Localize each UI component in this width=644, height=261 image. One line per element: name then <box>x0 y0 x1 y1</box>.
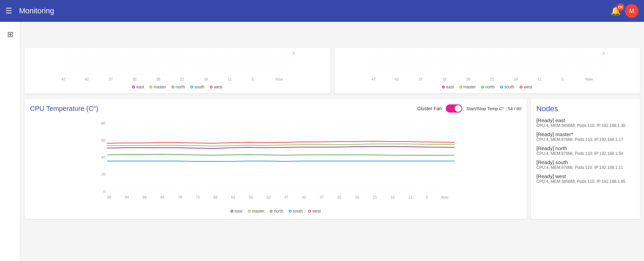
top-chart-2-svg: 0 47 42 37 32 26 21 16 11 5 Now <box>339 50 636 81</box>
south-label-2: south <box>504 85 514 89</box>
fan-label: Cluster Fan <box>417 106 442 111</box>
master-dot <box>150 86 152 88</box>
cpu-master-label: master <box>252 209 265 214</box>
legend-master-2: master <box>459 85 476 89</box>
app-title: Monitoring <box>19 6 611 15</box>
node-item-master: [Ready] master* CPU:4, MEM:876Mi, Pods:1… <box>536 131 634 142</box>
east-label: east <box>136 85 144 89</box>
legend-west: west <box>210 85 222 89</box>
cpu-legend-master: master <box>248 209 265 214</box>
north-dot-2 <box>481 86 484 88</box>
cpu-south-dot <box>289 210 292 213</box>
node-item-west: [Ready] west CPU:4, MEM:3856Mi, Pods:110… <box>536 173 634 184</box>
cpu-east-label: east <box>235 209 242 214</box>
svg-text:32: 32 <box>132 77 137 81</box>
menu-icon[interactable]: ☰ <box>5 6 12 15</box>
svg-text:5: 5 <box>561 77 563 81</box>
node-west-detail: CPU:4, MEM:3856Mi, Pods:110, IP:192.168.… <box>536 179 634 184</box>
west-dot-2 <box>520 86 522 88</box>
svg-text:89: 89 <box>143 195 147 199</box>
svg-text:21: 21 <box>180 77 184 81</box>
fan-temp-label: Start/Stop Temp C° : 54 / 60 <box>466 106 521 111</box>
cpu-west-dot <box>308 210 311 213</box>
user-avatar[interactable]: M <box>625 4 639 18</box>
master-dot-2 <box>459 86 462 88</box>
legend-south-2: south <box>500 85 514 89</box>
svg-text:26: 26 <box>156 77 160 81</box>
north-dot <box>172 86 174 88</box>
bottom-section: CPU Temperature (C°) Cluster Fan Start/S… <box>25 99 640 219</box>
svg-text:99: 99 <box>107 195 111 199</box>
south-dot <box>190 86 193 88</box>
svg-text:42: 42 <box>394 77 398 81</box>
fan-section: Cluster Fan Start/Stop Temp C° : 54 / 60 <box>417 104 521 113</box>
svg-text:Now: Now <box>441 195 449 199</box>
header-actions: 🔔 OK M <box>611 4 639 18</box>
svg-text:80: 80 <box>101 121 105 125</box>
node-master-detail: CPU:4, MEM:876Mi, Pods:110, IP:192.168.1… <box>536 137 634 142</box>
north-label: north <box>176 85 185 89</box>
top-chart-2-legend: east master north south west <box>339 85 636 89</box>
sidebar: ⊞ <box>0 22 20 261</box>
cpu-north-dot <box>270 210 272 213</box>
svg-text:68: 68 <box>214 195 218 199</box>
svg-text:78: 78 <box>178 195 182 199</box>
svg-text:32: 32 <box>442 77 446 81</box>
svg-text:37: 37 <box>109 77 113 81</box>
svg-text:0: 0 <box>602 51 604 55</box>
svg-text:37: 37 <box>418 77 422 81</box>
sidebar-grid-icon[interactable]: ⊞ <box>4 27 16 42</box>
svg-text:Now: Now <box>585 77 593 81</box>
nodes-card: Nodes [Ready] east CPU:4, MEM:3856Mi, Po… <box>531 99 640 219</box>
node-east-status: [Ready] east <box>536 117 634 123</box>
nodes-title: Nodes <box>536 104 634 113</box>
cpu-east-dot <box>231 210 233 213</box>
svg-text:20: 20 <box>101 172 105 176</box>
svg-text:21: 21 <box>490 77 494 81</box>
cpu-temperature-card: CPU Temperature (C°) Cluster Fan Start/S… <box>25 99 527 219</box>
svg-text:52: 52 <box>267 195 271 199</box>
node-item-north: [Ready] north CPU:4, MEM:876Mi, Pods:110… <box>536 145 634 156</box>
svg-text:32: 32 <box>337 195 342 199</box>
svg-text:11: 11 <box>408 195 412 199</box>
node-item-east: [Ready] east CPU:4, MEM:3856Mi, Pods:110… <box>536 117 634 128</box>
svg-text:47: 47 <box>371 77 375 81</box>
svg-text:0: 0 <box>103 189 105 193</box>
top-chart-1-legend: east master north south west <box>29 85 326 89</box>
master-label: master <box>154 85 166 89</box>
legend-east-2: east <box>442 85 454 89</box>
south-dot-2 <box>500 86 503 88</box>
svg-text:Now: Now <box>276 77 283 81</box>
node-east-detail: CPU:4, MEM:3856Mi, Pods:110, IP:192.168.… <box>536 123 634 128</box>
svg-text:37: 37 <box>320 195 324 199</box>
cluster-fan-toggle[interactable] <box>446 104 462 113</box>
east-label-2: east <box>446 85 454 89</box>
cpu-chart-legend: east master north south west <box>30 209 521 214</box>
top-chart-1-svg: 0 47 42 37 32 26 21 16 11 5 Now <box>29 50 326 81</box>
east-dot-2 <box>442 86 445 88</box>
notifications-button[interactable]: 🔔 OK <box>611 6 621 16</box>
svg-text:84: 84 <box>160 195 164 199</box>
west-dot <box>210 86 213 88</box>
cpu-master-dot <box>248 210 251 213</box>
svg-text:73: 73 <box>196 195 200 199</box>
master-label-2: master <box>464 85 476 89</box>
north-label-2: north <box>485 85 494 89</box>
svg-text:42: 42 <box>85 77 89 81</box>
node-north-detail: CPU:4, MEM:876Mi, Pods:110, IP:192.168.1… <box>536 151 634 156</box>
svg-text:21: 21 <box>373 195 377 199</box>
svg-text:94: 94 <box>125 195 129 199</box>
cpu-west-label: west <box>312 209 321 214</box>
svg-text:47: 47 <box>284 195 288 199</box>
svg-text:11: 11 <box>228 77 232 81</box>
svg-text:5: 5 <box>252 77 254 81</box>
cpu-legend-north: north <box>270 209 283 214</box>
cpu-card-header: CPU Temperature (C°) Cluster Fan Start/S… <box>30 104 521 113</box>
cpu-north-label: north <box>274 209 283 214</box>
legend-south: south <box>190 85 204 89</box>
node-master-status: [Ready] master* <box>536 131 634 137</box>
node-north-status: [Ready] north <box>536 145 634 151</box>
ok-badge: OK <box>617 3 624 11</box>
svg-text:16: 16 <box>391 195 395 199</box>
svg-text:26: 26 <box>355 195 359 199</box>
